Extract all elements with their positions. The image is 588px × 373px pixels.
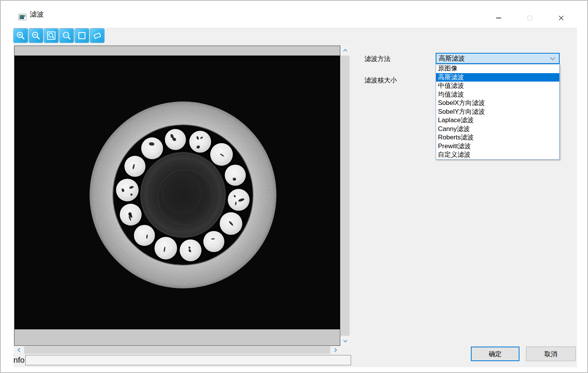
combobox-chevron-icon xyxy=(550,55,555,60)
rotated-rect-roi-icon xyxy=(92,31,102,41)
dropdown-item-10[interactable]: 自定义滤波 xyxy=(436,151,559,159)
status-label: nfo xyxy=(13,355,24,365)
bearing-image xyxy=(15,56,340,329)
chevron-up-icon xyxy=(343,49,347,53)
image-viewer[interactable] xyxy=(14,46,340,346)
zoom-out-button[interactable] xyxy=(29,28,43,43)
zoom-in-button[interactable] xyxy=(13,28,28,43)
close-icon xyxy=(558,15,564,21)
cancel-button[interactable]: 取消 xyxy=(526,347,576,361)
rect-roi-icon xyxy=(77,31,87,41)
bearing-hub xyxy=(140,152,226,238)
filter-method-combobox[interactable]: 高斯滤波 xyxy=(436,53,560,64)
titlebar: 滤波 xyxy=(1,1,587,28)
chevron-left-icon xyxy=(18,348,22,352)
dropdown-item-9[interactable]: Prewitt滤波 xyxy=(436,142,559,151)
dropdown-item-6[interactable]: Laplace滤波 xyxy=(436,116,559,125)
zoom-1to1-button[interactable]: 1:1 xyxy=(59,28,74,43)
combobox-value: 高斯滤波 xyxy=(436,54,551,63)
kernel-size-label: 滤波核大小 xyxy=(364,76,397,85)
app-icon xyxy=(18,14,26,20)
app-icon-tick xyxy=(24,15,25,17)
zoom-in-icon xyxy=(16,31,26,41)
dropdown-item-4[interactable]: SobelX方向滤波 xyxy=(436,99,559,108)
chevron-right-icon xyxy=(333,348,337,352)
dropdown-item-2[interactable]: 中值滤波 xyxy=(436,82,559,90)
ok-button[interactable]: 确定 xyxy=(471,347,519,361)
zoom-fit-icon xyxy=(46,31,56,41)
zoom-out-icon xyxy=(31,31,41,41)
maximize-button[interactable] xyxy=(521,10,538,26)
dropdown-item-3[interactable]: 均值滤波 xyxy=(436,90,559,99)
rotated-rect-roi-button[interactable] xyxy=(90,28,105,43)
chevron-down-icon xyxy=(343,338,347,342)
filter-dialog-window: 滤波 xyxy=(0,0,588,373)
dropdown-item-7[interactable]: Canny滤波 xyxy=(436,125,559,134)
app-icon-picture xyxy=(20,15,24,19)
horizontal-scrollbar[interactable] xyxy=(14,346,340,354)
zoom-fit-button[interactable] xyxy=(44,28,59,43)
scroll-up-button[interactable] xyxy=(341,46,350,56)
filter-method-label: 滤波方法 xyxy=(364,54,390,63)
zoom-1to1-icon: 1:1 xyxy=(62,31,72,41)
dropdown-item-5[interactable]: SobelY方向滤波 xyxy=(436,108,559,116)
filter-method-dropdown-list: 原图像高斯滤波中值滤波均值滤波SobelX方向滤波SobelY方向滤波Lapla… xyxy=(436,64,560,160)
vertical-scrollbar[interactable] xyxy=(341,46,350,346)
status-input[interactable] xyxy=(25,355,351,365)
close-button[interactable] xyxy=(553,10,570,26)
scroll-down-button[interactable] xyxy=(341,336,350,346)
svg-text:1:1: 1:1 xyxy=(64,34,68,36)
scroll-right-button[interactable] xyxy=(330,346,340,354)
window-title: 滤波 xyxy=(30,1,44,28)
bearing-svg xyxy=(15,56,340,329)
dropdown-item-8[interactable]: Roberts滤波 xyxy=(436,133,559,142)
dropdown-item-1[interactable]: 高斯滤波 xyxy=(436,73,559,82)
dropdown-item-0[interactable]: 原图像 xyxy=(436,64,559,73)
minimize-icon xyxy=(496,18,501,18)
scroll-left-button[interactable] xyxy=(14,346,24,354)
maximize-icon xyxy=(528,16,532,20)
rect-roi-button[interactable] xyxy=(75,28,89,43)
minimize-button[interactable] xyxy=(490,10,507,26)
